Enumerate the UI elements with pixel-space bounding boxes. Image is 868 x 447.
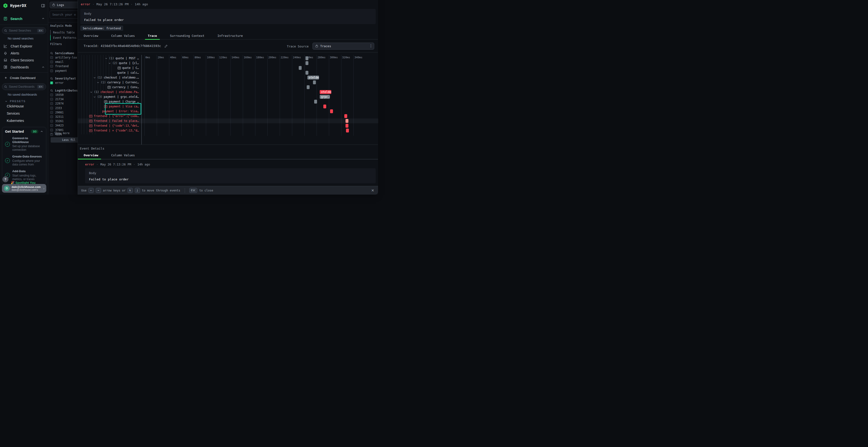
filter-option[interactable]: 33261: [50, 119, 78, 123]
trace-span-row[interactable]: (1)currency | Currenc…: [78, 80, 141, 85]
saved-dashboards-input[interactable]: Saved Dashboards ⌘K: [2, 83, 46, 90]
filter-option[interactable]: frontend: [50, 64, 78, 68]
sidebar-item-chart-explorer[interactable]: Chart Explorer: [0, 43, 48, 49]
span-duration-bar[interactable]: grpc.o: [320, 95, 330, 99]
filter-option[interactable]: ✓error: [50, 81, 78, 85]
trace-span-row[interactable]: payment | Charge …: [78, 99, 141, 104]
esc-keycap[interactable]: ESC: [189, 188, 197, 193]
service-name-tag[interactable]: ServiceName: frontend: [80, 26, 123, 31]
k-keycap[interactable]: k: [128, 188, 133, 193]
saved-searches-input[interactable]: Saved Searches ⌘K: [2, 27, 46, 34]
search-icon[interactable]: [50, 89, 53, 92]
trace-span-row[interactable]: (2)quote | {cl…: [78, 61, 141, 66]
checkbox[interactable]: [50, 61, 53, 63]
checkbox[interactable]: [50, 56, 53, 59]
filter-option[interactable]: 22974: [50, 101, 78, 106]
span-duration-bar[interactable]: [306, 61, 308, 65]
checkbox[interactable]: [50, 124, 53, 127]
trace-span-row[interactable]: frontend | {"error":{"code…: [78, 114, 141, 118]
span-duration-bar[interactable]: [307, 85, 310, 89]
trace-span-row[interactable]: currency | Conv…: [78, 85, 141, 90]
sidebar-item-alerts[interactable]: Alerts: [0, 49, 48, 57]
filter-option[interactable]: email: [50, 60, 78, 64]
filter-option[interactable]: 2333: [50, 106, 78, 110]
arrow-right-keycap[interactable]: →: [96, 188, 101, 193]
checkbox[interactable]: ✓: [50, 81, 53, 84]
tab-surrounding-context[interactable]: Surrounding Context: [167, 33, 207, 39]
sidebar-item-search[interactable]: Search: [0, 14, 48, 23]
get-started-item[interactable]: ✓Create Data SourcesConfigure where your…: [5, 155, 43, 166]
tab-trace[interactable]: Trace: [145, 33, 160, 39]
checkbox[interactable]: [50, 102, 53, 105]
tab-column-values[interactable]: Column Values: [108, 33, 138, 39]
sidebar-item-client-sessions[interactable]: Client Sessions: [0, 57, 48, 64]
trace-span-row[interactable]: frontend | Failed to place…: [78, 118, 141, 123]
preset-item-clickhouse[interactable]: ClickHouse: [0, 103, 48, 110]
show-more-button[interactable]: Show more: [50, 132, 69, 135]
event-details-tab-column-values[interactable]: Column Values: [108, 152, 138, 159]
create-dashboard-button[interactable]: Create Dashboard: [0, 75, 48, 81]
filter-option[interactable]: 21734: [50, 97, 78, 101]
span-duration-bar[interactable]: [323, 105, 326, 108]
j-keycap[interactable]: j: [135, 188, 140, 193]
chevron-down-icon[interactable]: [97, 81, 99, 84]
span-duration-bar[interactable]: [299, 66, 302, 70]
trace-span-row[interactable]: quote | calc…: [78, 70, 141, 75]
get-started-item[interactable]: ✓Add DataStart sending logs, metrics, or…: [5, 170, 43, 181]
user-menu[interactable]: D dale@clickhouse.com dale@clickhouse.co…: [2, 184, 46, 193]
span-duration-bar[interactable]: oteldem: [320, 90, 331, 94]
checkbox[interactable]: [50, 98, 53, 101]
trace-span-row[interactable]: quote | C…: [78, 66, 141, 70]
span-duration-bar[interactable]: [344, 114, 347, 118]
checkbox[interactable]: [50, 65, 53, 68]
collapse-sidebar-icon[interactable]: [41, 4, 45, 8]
checkbox[interactable]: [50, 129, 53, 132]
span-duration-bar[interactable]: [346, 129, 349, 133]
filter-option[interactable]: 34423: [50, 123, 78, 128]
chevron-down-icon[interactable]: [93, 76, 96, 79]
filter-option[interactable]: artillery-loa: [50, 56, 78, 60]
source-select[interactable]: Logs: [50, 2, 78, 8]
span-duration-bar[interactable]: [314, 100, 317, 104]
filter-option[interactable]: payment: [50, 69, 78, 73]
checkbox[interactable]: [50, 111, 53, 114]
edit-trace-id-icon[interactable]: [164, 44, 168, 48]
trace-span-row[interactable]: (3)payment | grpc.oteld…: [78, 94, 141, 99]
chevron-down-icon[interactable]: [105, 57, 107, 60]
trace-span-row[interactable]: (1)checkout | oteldemo.…: [78, 75, 141, 80]
trace-span-row[interactable]: (1)quote | POST …: [78, 56, 141, 61]
trace-span-row[interactable]: (1)checkout | oteldemo.Pa…: [78, 90, 141, 94]
trace-span-row[interactable]: payment | Error: Visa…: [78, 109, 141, 114]
checkbox[interactable]: [50, 120, 53, 123]
trace-span-row[interactable]: frontend | × {"code":13,"d…: [78, 128, 141, 133]
span-duration-bar[interactable]: [306, 71, 308, 75]
chevron-down-icon[interactable]: [108, 62, 111, 65]
preset-item-kubernetes[interactable]: Kubernetes: [0, 117, 48, 124]
filter-option[interactable]: 29081: [50, 110, 78, 115]
tab-infrastructure[interactable]: Infrastructure: [215, 33, 246, 39]
search-icon[interactable]: [50, 52, 53, 55]
checkbox[interactable]: [50, 107, 53, 110]
span-duration-bar[interactable]: [306, 56, 308, 60]
span-duration-bar[interactable]: [345, 124, 348, 128]
sidebar-item-dashboards[interactable]: Dashboards: [0, 64, 48, 71]
close-icon[interactable]: ✕: [371, 188, 374, 193]
presets-toggle[interactable]: PRESETS: [0, 96, 48, 103]
span-duration-bar[interactable]: [345, 119, 348, 123]
checkbox[interactable]: [50, 94, 53, 96]
arrow-left-keycap[interactable]: ←: [89, 188, 94, 193]
trace-source-select[interactable]: Traces ˄˅: [312, 43, 374, 49]
event-details-tab-overview[interactable]: Overview: [81, 152, 101, 159]
preset-item-services[interactable]: Services: [0, 110, 48, 117]
chevron-down-icon[interactable]: [90, 91, 93, 94]
tree-timeline-divider[interactable]: [141, 55, 142, 144]
less-filters-button[interactable]: Less fil: [51, 137, 78, 143]
trace-span-row[interactable]: frontend | {"code":13,"det…: [78, 123, 141, 128]
analysis-mode-event-patterns[interactable]: Event Patterns: [50, 35, 76, 40]
filter-option[interactable]: 19350: [50, 93, 78, 97]
tab-overview[interactable]: Overview: [81, 33, 101, 39]
chevron-up-icon[interactable]: [40, 130, 43, 133]
analysis-mode-results-table[interactable]: Results Table: [50, 30, 76, 35]
trace-span-row[interactable]: payment | Visa ca…: [78, 104, 141, 109]
filter-option[interactable]: 32311: [50, 115, 78, 119]
